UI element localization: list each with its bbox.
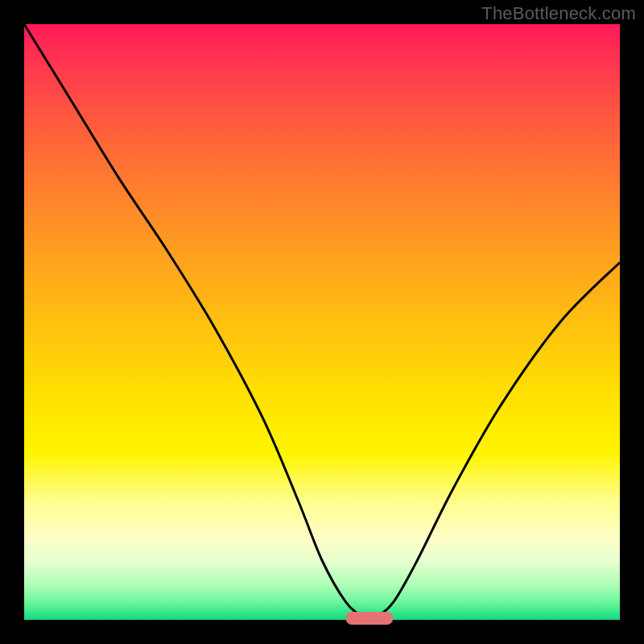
optimal-range-marker [346,612,394,625]
chart-frame: TheBottleneck.com [0,0,644,644]
watermark-text: TheBottleneck.com [481,3,636,24]
bottleneck-curve [24,24,620,620]
curve-line [24,24,620,619]
plot-area [24,24,620,620]
